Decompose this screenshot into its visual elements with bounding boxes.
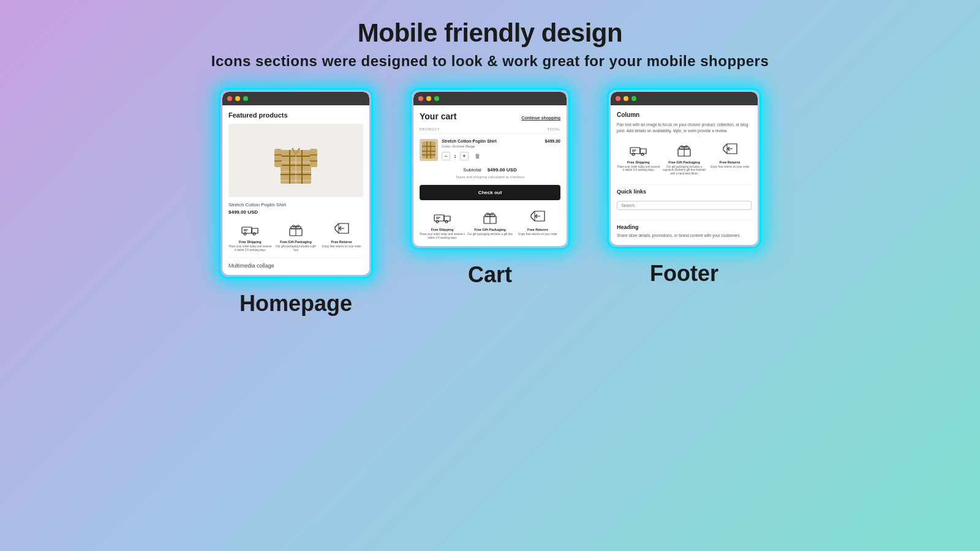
svg-rect-29 — [422, 141, 435, 159]
shipping-icon — [241, 221, 258, 238]
cart-icon-gift: Free Gift Packaging Our gift packaging i… — [467, 209, 513, 240]
cart-titlebar — [413, 92, 567, 105]
footer-label: Footer — [650, 261, 718, 287]
shipping-title: Free Shipping — [239, 240, 262, 244]
continue-shopping-link[interactable]: Continue shopping — [521, 116, 560, 120]
returns-desc: Enjoy free returns on your order — [322, 245, 361, 249]
footer-returns-icon — [722, 141, 739, 159]
footer-shipping-title: Free Shipping — [627, 160, 650, 164]
taxes-note: Taxes and shipping calculated at checkou… — [420, 175, 560, 179]
dot-green-footer — [631, 96, 636, 101]
footer-divider-2 — [617, 220, 752, 220]
footer-titlebar — [611, 92, 758, 105]
homepage-icons-row: Free Shipping Place your order today and… — [228, 221, 363, 252]
footer-content: Column Pair text with an image to focus … — [611, 105, 758, 245]
dot-green — [243, 96, 248, 101]
footer-column-desc: Pair text with an image to focus on your… — [617, 122, 752, 134]
footer-icon-returns: Free Returns Enjoy free returns on your … — [708, 141, 752, 176]
delete-icon[interactable]: 🗑 — [475, 153, 480, 159]
product-price: $499.00 USD — [228, 209, 363, 215]
qty-decrease-button[interactable]: − — [442, 152, 450, 160]
cart-item-price: $499.00 — [545, 139, 560, 143]
cart-header: PRODUCT TOTAL — [420, 127, 560, 134]
cart-icon-shipping: Free Shipping Place your order today and… — [420, 209, 465, 240]
homepage-titlebar — [222, 92, 369, 105]
cart-item: Stretch Cotton Poplin Shirt Color: Archi… — [420, 139, 560, 161]
dot-red-footer — [616, 96, 620, 101]
footer-gift-title: Free Gift Packaging — [668, 160, 700, 164]
product-name: Stretch Cotton Poplin Shirt — [228, 202, 363, 208]
icon-gift: Free Gift Packaging Our gift packaging i… — [274, 221, 318, 252]
cart-heading: Your cart — [420, 111, 456, 121]
header: Mobile friendly design Icons sections we… — [199, 0, 782, 82]
cart-returns-desc: Enjoy free returns on your order — [518, 233, 557, 236]
qty-increase-button[interactable]: + — [460, 152, 469, 160]
cart-item-image — [420, 139, 438, 161]
footer-icon-gift: Free Gift Packaging Our gift packaging i… — [663, 141, 706, 176]
cart-gift-desc: Our gift packaging includes a gift box — [467, 233, 513, 236]
dot-yellow — [235, 96, 240, 101]
collage-label: Multimedia collage — [228, 257, 363, 269]
cart-browser-frame: Your cart Continue shopping PRODUCT TOTA… — [413, 92, 567, 246]
dot-red-cart — [418, 96, 423, 101]
gift-icon — [287, 221, 304, 238]
main-title: Mobile friendly design — [211, 18, 769, 48]
main-subtitle: Icons sections were designed to look & w… — [211, 53, 769, 70]
cart-gift-title: Free Gift Packaging — [474, 228, 506, 231]
footer-divider-1 — [617, 184, 752, 185]
subtotal-amount: $499.00 USD — [488, 167, 517, 173]
cart-content: Your cart Continue shopping PRODUCT TOTA… — [413, 105, 567, 246]
cart-title-row: Your cart Continue shopping — [420, 111, 560, 121]
icon-returns: Free Returns Enjoy free returns on your … — [320, 221, 363, 252]
returns-title: Free Returns — [331, 240, 352, 244]
footer-browser-frame: Column Pair text with an image to focus … — [611, 92, 758, 245]
homepage-content: Featured products — [222, 105, 369, 275]
cart-shipping-icon — [434, 209, 451, 226]
svg-rect-18 — [242, 227, 252, 233]
cart-returns-title: Free Returns — [527, 228, 548, 231]
svg-rect-46 — [630, 148, 640, 154]
footer-shipping-icon — [630, 141, 647, 159]
cart-label: Cart — [468, 262, 512, 288]
svg-rect-35 — [434, 215, 444, 221]
svg-rect-12 — [274, 149, 282, 167]
cart-shipping-title: Free Shipping — [431, 228, 454, 231]
footer-returns-title: Free Returns — [720, 160, 741, 164]
gift-title: Free Gift Packaging — [280, 240, 312, 244]
cart-item-variant: Color: Archive Beige — [442, 144, 541, 148]
shirt-svg — [274, 132, 317, 190]
qty-value: 1 — [454, 154, 456, 159]
total-col-label: TOTAL — [548, 127, 560, 131]
footer-shipping-desc: Place your order today and receive it wi… — [617, 165, 660, 173]
cart-shipping-desc: Place your order today and receive it wi… — [420, 233, 465, 240]
dot-yellow-footer — [624, 96, 628, 101]
dot-green-cart — [434, 96, 439, 101]
footer-gift-icon — [676, 141, 693, 159]
returns-icon — [333, 221, 350, 238]
qty-row: − 1 + 🗑 — [442, 152, 541, 160]
cart-item-name: Stretch Cotton Poplin Shirt — [442, 139, 541, 143]
dot-red — [227, 96, 232, 101]
svg-rect-13 — [310, 149, 317, 167]
shipping-desc: Place your order today and receive it wi… — [228, 245, 272, 252]
footer-quick-links-title: Quick links — [617, 189, 752, 195]
subtotal-label: Subtotal — [463, 167, 481, 173]
footer-icons-row: Free Shipping Place your order today and… — [617, 141, 752, 176]
cart-gift-icon — [481, 209, 499, 226]
footer-column-title: Column — [617, 111, 752, 118]
checkout-button[interactable]: Check out — [420, 185, 560, 200]
cart-icons-row: Free Shipping Place your order today and… — [420, 209, 560, 240]
featured-products-title: Featured products — [228, 111, 363, 119]
footer-heading-desc: Share store details, promotions, or bran… — [617, 233, 752, 239]
gift-desc: Our gift packaging includes a gift box — [274, 245, 318, 252]
footer-search-input[interactable] — [617, 201, 752, 210]
homepage-browser-frame: Featured products — [222, 92, 369, 275]
cart-frame-wrapper: Your cart Continue shopping PRODUCT TOTA… — [410, 88, 570, 250]
footer-gift-desc: Our gift packaging includes a signature … — [663, 165, 706, 176]
footer-icon-shipping: Free Shipping Place your order today and… — [617, 141, 660, 176]
footer-returns-desc: Enjoy free returns on your order — [710, 165, 750, 169]
cart-item-details: Stretch Cotton Poplin Shirt Color: Archi… — [442, 139, 541, 160]
footer-heading: Heading — [617, 224, 752, 230]
subtotal-row: Subtotal $499.00 USD — [420, 167, 560, 173]
dot-yellow-cart — [426, 96, 431, 101]
